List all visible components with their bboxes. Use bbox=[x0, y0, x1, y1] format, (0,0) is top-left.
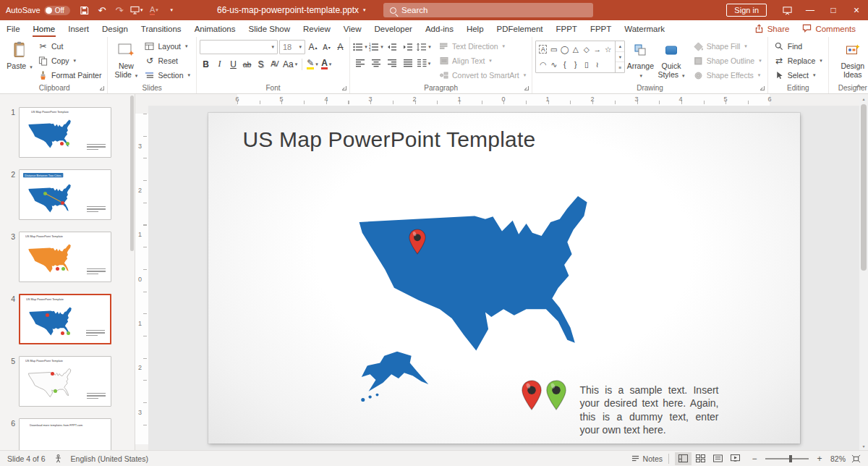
design-ideas-button[interactable]: Design Ideas bbox=[832, 39, 868, 82]
map-pin-red[interactable] bbox=[408, 229, 427, 255]
shape-icon[interactable]: ◇ bbox=[584, 45, 590, 54]
shape-icon[interactable]: ▯ bbox=[584, 60, 589, 69]
replace-button[interactable]: ⇄ Replace ▾ bbox=[771, 54, 825, 68]
bold-button[interactable]: B bbox=[200, 57, 212, 71]
arrange-button[interactable]: Arrange ▾ bbox=[625, 39, 655, 82]
quick-styles-button[interactable]: Quick Styles ▾ bbox=[655, 39, 686, 82]
shape-icon[interactable]: → bbox=[594, 45, 602, 54]
slide-thumbnail-5[interactable]: US Map PowerPoint Template bbox=[19, 356, 111, 407]
increase-font-size-button[interactable]: A▴ bbox=[307, 41, 319, 54]
slide-thumbnail-2[interactable]: Distance Between Two Cities bbox=[19, 169, 111, 220]
start-from-beginning-icon[interactable]: ▾ bbox=[128, 0, 145, 20]
tab-help[interactable]: Help bbox=[460, 20, 490, 37]
text-highlight-color-button[interactable]: ✎▾ bbox=[306, 57, 319, 71]
scroll-up-icon[interactable]: ▴ bbox=[859, 94, 868, 103]
layout-button[interactable]: Layout ▾ bbox=[141, 39, 193, 54]
decrease-font-size-button[interactable]: A▾ bbox=[320, 41, 333, 54]
clear-formatting-button[interactable]: A bbox=[334, 41, 346, 54]
convert-to-smartart-button[interactable]: Convert to SmartArt ▾ bbox=[435, 68, 529, 82]
normal-view-button[interactable] bbox=[675, 452, 692, 465]
slide-canvas[interactable]: US Map PowerPoint Template This is a sam… bbox=[148, 106, 859, 450]
find-button[interactable]: Find bbox=[771, 39, 825, 54]
increase-indent-button[interactable] bbox=[401, 40, 415, 54]
undo-icon[interactable]: ↶ bbox=[93, 0, 111, 20]
shapes-gallery[interactable]: A ▭ ◯ △ ◇ → ☆ ◠ ∿ { } ▯ ≀ bbox=[535, 41, 625, 73]
notes-button[interactable]: Notes bbox=[631, 454, 663, 463]
us-map[interactable] bbox=[350, 182, 654, 372]
comments-button[interactable]: Comments bbox=[796, 24, 862, 33]
cut-button[interactable]: ✂ Cut bbox=[35, 39, 104, 54]
shape-fill-button[interactable]: Shape Fill ▾ bbox=[690, 39, 765, 54]
gallery-more-icon[interactable]: ≡ bbox=[616, 62, 624, 72]
tab-fppt-1[interactable]: FPPT bbox=[550, 20, 584, 37]
horizontal-ruler[interactable]: 6 5 4 3 2 1 0 1 2 3 4 5 6 bbox=[135, 94, 859, 106]
font-color-button[interactable]: A▾ bbox=[320, 57, 333, 71]
font-name-combo[interactable]: ▾ bbox=[200, 40, 278, 54]
text-box-icon[interactable]: A bbox=[539, 45, 547, 54]
search-box[interactable]: Search bbox=[383, 3, 593, 17]
slide-thumbnail-6[interactable]: Download more templates from FPPT.com bbox=[19, 418, 111, 450]
slide[interactable]: US Map PowerPoint Template This is a sam… bbox=[208, 113, 800, 444]
tab-review[interactable]: Review bbox=[297, 20, 337, 37]
shape-icon[interactable]: ☆ bbox=[605, 45, 611, 54]
language-indicator[interactable]: English (United States) bbox=[71, 454, 148, 463]
gallery-scroll-up-icon[interactable]: ▴ bbox=[616, 41, 624, 52]
bullets-button[interactable]: ▾ bbox=[353, 40, 367, 54]
slide-sorter-view-button[interactable] bbox=[692, 452, 709, 465]
tab-transitions[interactable]: Transitions bbox=[135, 20, 188, 37]
alaska-map[interactable] bbox=[354, 346, 440, 417]
tab-watermark[interactable]: Watermark bbox=[618, 20, 671, 37]
shape-outline-button[interactable]: Shape Outline ▾ bbox=[690, 54, 765, 68]
maximize-button[interactable]: □ bbox=[822, 0, 845, 20]
character-spacing-button[interactable]: AV bbox=[268, 57, 281, 71]
shape-icon[interactable]: } bbox=[574, 60, 577, 69]
sign-in-button[interactable]: Sign in bbox=[726, 4, 767, 17]
share-button[interactable]: Share bbox=[748, 24, 796, 33]
redo-icon[interactable]: ↷ bbox=[111, 0, 128, 20]
zoom-level[interactable]: 82% bbox=[830, 454, 846, 463]
copy-button[interactable]: Copy ▾ bbox=[35, 54, 104, 68]
columns-button[interactable]: ▾ bbox=[417, 56, 431, 70]
shape-icon[interactable]: △ bbox=[573, 45, 579, 54]
document-title[interactable]: 66-us-map-powerpoint-template.pptx ▾ bbox=[217, 0, 366, 20]
font-dialog-launcher-icon[interactable] bbox=[341, 85, 347, 91]
strikethrough-button[interactable]: ab bbox=[241, 57, 253, 71]
tab-insert[interactable]: Insert bbox=[61, 20, 95, 37]
tab-design[interactable]: Design bbox=[95, 20, 135, 37]
minimize-button[interactable]: — bbox=[799, 0, 822, 20]
vertical-scrollbar[interactable]: ▴ ▾ bbox=[859, 94, 868, 450]
format-painter-button[interactable]: Format Painter bbox=[35, 68, 104, 82]
slide-title[interactable]: US Map PowerPoint Template bbox=[243, 127, 536, 152]
tab-view[interactable]: View bbox=[337, 20, 368, 37]
text-shadow-button[interactable]: S bbox=[255, 57, 267, 71]
scroll-down-icon[interactable]: ▾ bbox=[859, 441, 868, 450]
close-button[interactable]: × bbox=[845, 0, 868, 20]
legend-pin-red[interactable] bbox=[521, 379, 542, 411]
save-icon[interactable] bbox=[76, 0, 93, 20]
zoom-out-button[interactable]: − bbox=[749, 454, 760, 464]
align-right-button[interactable] bbox=[385, 56, 399, 70]
shape-icon[interactable]: ◯ bbox=[561, 45, 569, 54]
zoom-in-button[interactable]: + bbox=[814, 454, 825, 464]
shape-icon[interactable]: ▭ bbox=[550, 45, 558, 54]
reset-button[interactable]: ↺ Reset bbox=[141, 54, 193, 68]
legend-pin-green[interactable] bbox=[545, 379, 567, 411]
reading-view-button[interactable] bbox=[710, 452, 726, 465]
shape-icon[interactable]: ∿ bbox=[550, 60, 557, 69]
tab-fppt-2[interactable]: FPPT bbox=[584, 20, 618, 37]
align-left-button[interactable] bbox=[353, 56, 367, 70]
shape-icon[interactable]: { bbox=[563, 60, 566, 69]
section-button[interactable]: Section ▾ bbox=[141, 68, 193, 82]
sample-text-block[interactable]: This is a sample text. Insert your desir… bbox=[580, 384, 719, 437]
zoom-slider[interactable] bbox=[765, 458, 809, 459]
autosave-toggle[interactable]: AutoSave Off bbox=[0, 6, 76, 15]
numbering-button[interactable]: 123▾ bbox=[369, 40, 383, 54]
new-slide-button[interactable]: New Slide ▾ bbox=[111, 39, 141, 82]
gallery-scroll-down-icon[interactable]: ▾ bbox=[616, 52, 624, 63]
ribbon-display-options-icon[interactable] bbox=[775, 0, 799, 20]
tab-pdfelement[interactable]: PDFelement bbox=[490, 20, 550, 37]
customize-qat-icon[interactable]: ▾ bbox=[163, 0, 180, 20]
tab-home[interactable]: Home bbox=[27, 20, 62, 37]
collapse-ribbon-icon[interactable] bbox=[854, 82, 864, 90]
text-direction-button[interactable]: Text Direction ▾ bbox=[435, 39, 529, 54]
